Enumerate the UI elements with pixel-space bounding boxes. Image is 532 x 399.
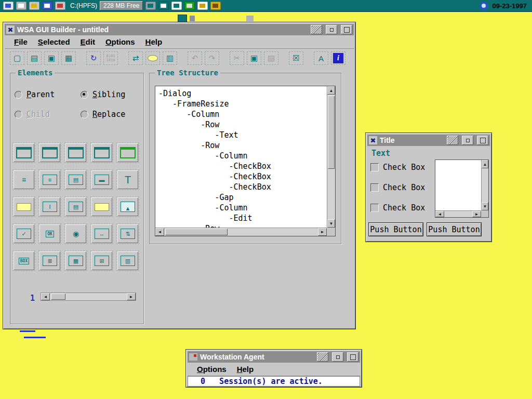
minimize-button[interactable] (462, 136, 473, 145)
scroll-track[interactable] (482, 168, 488, 202)
scroll-left-button[interactable]: ◄ (435, 211, 444, 217)
desktop-icon[interactable] (190, 16, 195, 21)
palette-menubar-button[interactable]: ▬ (91, 170, 112, 189)
scroll-right-button[interactable]: ► (127, 293, 136, 300)
palette-container-button[interactable]: ▥ (117, 251, 138, 270)
tree-listbox[interactable]: -Dialog -FrameResize -Column -Row -Text … (155, 86, 336, 236)
checkbox-row[interactable]: Check Box (370, 162, 425, 173)
refresh-button[interactable]: ↻ (86, 51, 101, 65)
palette-canvas-button[interactable] (117, 143, 138, 162)
scroll-track[interactable] (327, 95, 335, 219)
checkbox-row[interactable]: Check Box (370, 202, 425, 214)
horn-icon[interactable] (210, 2, 221, 10)
save-button[interactable]: ▣ (44, 51, 59, 65)
checkbox[interactable] (370, 183, 379, 192)
palette-resize-frame-button[interactable] (91, 143, 112, 162)
network-icon[interactable] (184, 2, 195, 10)
push-button[interactable]: Push Button (368, 222, 423, 236)
scroll-up-button[interactable]: ▲ (482, 160, 488, 168)
tree-item[interactable]: -Text (158, 130, 327, 140)
palette-text-lines-button[interactable]: ≡ (14, 170, 34, 189)
palette-pushbutton-button[interactable]: OK (39, 224, 60, 243)
tree-item[interactable]: -Row (158, 140, 327, 151)
palette-icon[interactable] (55, 2, 65, 10)
tree-item[interactable]: -Edit (158, 213, 327, 223)
tree-vertical-scrollbar[interactable]: ▲ ▼ (327, 86, 335, 228)
hide-button[interactable] (317, 352, 328, 362)
palette-note-button[interactable] (91, 197, 112, 216)
title-app-icon[interactable]: ✖ (369, 136, 377, 144)
palette-entry-field-button[interactable] (14, 197, 34, 216)
preview-listbox[interactable]: ▲ ▼ ◄ ► (435, 159, 489, 218)
cascade-button[interactable]: ▥ (163, 51, 177, 65)
palette-listbox-button[interactable]: ≡ (39, 170, 60, 189)
agent-app-icon[interactable] (189, 353, 197, 361)
palette-scrollbar[interactable]: ◄ ► (41, 292, 136, 301)
undo-button[interactable]: ↶ (188, 51, 202, 65)
tree-item[interactable]: -Dialog (158, 88, 327, 99)
keypad-icon[interactable] (145, 2, 156, 10)
palette-static-text-button[interactable]: T (117, 170, 138, 189)
checkbox[interactable] (370, 204, 379, 212)
copy-button[interactable]: ▣ (247, 51, 261, 65)
title-titlebar[interactable]: ✖ Title (367, 135, 490, 146)
tree-item[interactable]: -Column (158, 151, 327, 161)
desktop-icon[interactable] (178, 15, 187, 22)
palette-combobox-button[interactable]: ▤ (65, 170, 86, 189)
horizontal-scrollbar[interactable]: ◄ ► (435, 210, 481, 217)
builder-titlebar[interactable]: ✖ WSA GUI Builder - untitled (5, 24, 354, 35)
tree-item[interactable]: -Row (158, 223, 327, 228)
tree-item[interactable]: -Gap (158, 192, 327, 203)
os2-logo-icon[interactable] (3, 2, 14, 10)
page-icon[interactable] (171, 2, 182, 10)
menu-selected[interactable]: Selected (33, 36, 75, 47)
tree-item[interactable]: -CheckBox (158, 171, 327, 182)
font-button[interactable]: A (314, 51, 328, 65)
pencil-icon[interactable] (42, 2, 52, 10)
menu-file[interactable]: File (9, 36, 33, 47)
tree-item[interactable]: -Column (158, 203, 327, 213)
scroll-up-button[interactable]: ▲ (327, 86, 335, 95)
palette-table-button[interactable]: ⊞ (91, 251, 112, 270)
maximize-button[interactable] (477, 136, 488, 145)
text-item-button[interactable] (145, 51, 160, 65)
palette-groupbox-button[interactable]: BOX (14, 251, 34, 270)
info-button[interactable]: i (331, 51, 345, 65)
radio-child[interactable]: Child (15, 110, 81, 119)
scroll-track[interactable] (164, 228, 318, 236)
palette-checkbox-button[interactable]: ✓ (14, 224, 34, 243)
hide-button[interactable] (311, 25, 322, 34)
palette-slider-button[interactable]: ↔ (91, 224, 112, 243)
agent-menu-options[interactable]: Options (192, 364, 232, 375)
palette-dialog-button[interactable] (65, 143, 86, 162)
open-button[interactable]: ▤ (27, 51, 42, 65)
radio-replace[interactable]: Replace (81, 110, 139, 119)
binary-button[interactable]: 0101 1010 (103, 51, 118, 65)
palette-frame-button[interactable] (14, 143, 34, 162)
menu-edit[interactable]: Edit (75, 36, 100, 47)
checkbox[interactable] (370, 163, 379, 171)
scroll-thumb[interactable] (165, 229, 228, 235)
new-button[interactable]: ▢ (10, 51, 24, 65)
agent-titlebar[interactable]: Workstation Agent (188, 351, 360, 363)
lock-icon[interactable] (29, 2, 39, 10)
scroll-right-button[interactable]: ► (318, 228, 327, 236)
scroll-left-button[interactable]: ◄ (41, 293, 50, 300)
palette-image-button[interactable]: ▲ (117, 197, 138, 216)
scroll-track[interactable] (50, 293, 127, 300)
palette-spin-list-button[interactable]: ▤ (65, 197, 86, 216)
palette-mle-button[interactable]: I (39, 197, 60, 216)
palette-spinbutton-button[interactable]: ⇅ (117, 224, 138, 243)
minimize-button[interactable] (326, 25, 337, 34)
delete-button[interactable]: ☒ (289, 51, 303, 65)
desktop-icon[interactable] (246, 16, 254, 21)
tree-item[interactable]: -CheckBox (158, 161, 327, 171)
hide-button[interactable] (447, 136, 458, 145)
scroll-thumb[interactable] (51, 294, 65, 300)
document-icon[interactable] (197, 2, 208, 10)
menu-options[interactable]: Options (100, 36, 140, 47)
push-button[interactable]: Push Button (427, 222, 482, 236)
checkbox-row[interactable]: Check Box (370, 182, 425, 193)
scroll-track[interactable] (444, 211, 472, 217)
tree-horizontal-scrollbar[interactable]: ◄ ► (155, 228, 327, 236)
